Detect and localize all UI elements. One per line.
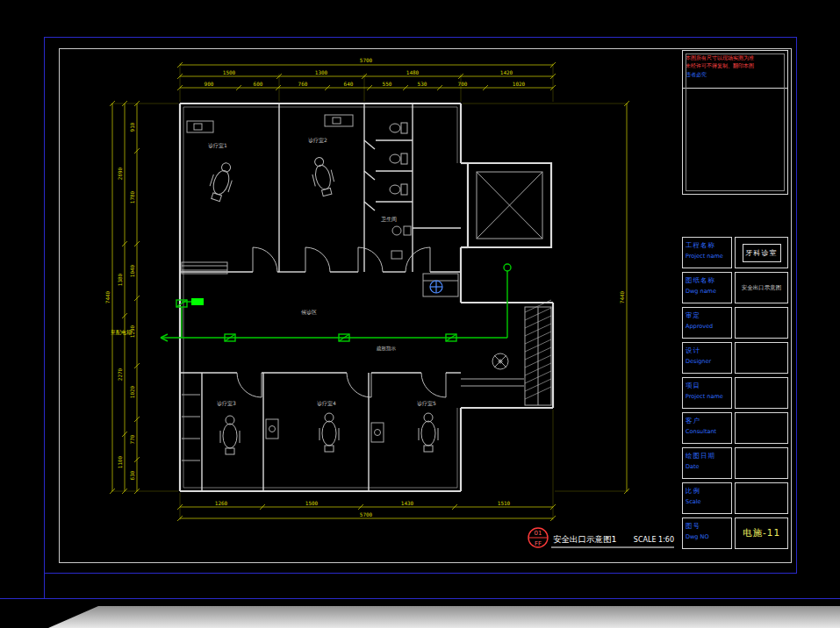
bottom-taskbar[interactable] [0,606,840,628]
room-label: 诊疗室2 [308,137,327,143]
svg-text:1430: 1430 [401,500,414,506]
svg-text:1510: 1510 [498,500,511,506]
value-cell [735,307,788,339]
door-swings [237,247,446,397]
label-cell: 比例 Scale [682,482,732,514]
label-cell: 图纸名称 Dwg name [682,272,732,303]
svg-text:900: 900 [205,81,214,87]
svg-text:530: 530 [418,81,427,87]
dwg-no-value: 电施-11 [743,527,780,539]
drawing-number: 01 [535,530,542,537]
value-cell: 电施-11 [735,517,788,549]
value-cell [735,377,788,409]
drawing-scale: SCALE 1:60 [634,536,674,544]
cad-viewport: 5700 1500 1300 1480 1420 900 600 760 640… [0,0,840,628]
svg-text:630: 630 [129,470,135,480]
label-cell: 工程名称 Project name [682,237,732,268]
drawing-title: 安全出口示意图1 [553,534,617,544]
room-label: 卫生间 [381,216,397,223]
dim-bottom-total: 5700 [360,511,373,517]
room-label: 诊疗室1 [208,142,227,148]
dwg-name-value: 安全出口示意图 [742,284,782,292]
value-cell [735,482,788,514]
dim-right-total: 7440 [619,290,625,303]
title-block-header-inner-box [686,54,785,191]
value-cell [735,342,788,374]
label-cell: 项目 Project name [682,377,732,409]
svg-text:760: 760 [298,81,308,87]
svg-text:1260: 1260 [215,500,228,506]
svg-text:1420: 1420 [500,69,513,75]
dimension-lines [110,62,629,521]
svg-text:1500: 1500 [223,69,236,75]
svg-text:1380: 1380 [117,273,123,286]
label-cell: 设计 Designer [682,342,732,374]
row-approved: 审定 Approved [682,307,788,339]
row-dwg-no: 图号 Dwg NO 电施-11 [682,517,788,549]
svg-text:770: 770 [129,434,135,444]
svg-text:1480: 1480 [406,69,420,75]
value-cell: 安全出口示意图 [735,272,788,303]
svg-text:910: 910 [129,122,135,132]
row-project-name: 工程名称 Project name 牙科诊室 [682,237,788,268]
drawing-level: FF [535,540,542,547]
value-cell [735,412,788,444]
svg-text:1500: 1500 [305,500,319,506]
wall-inner-lines [183,107,457,488]
svg-text:1040: 1040 [129,264,135,277]
drawing-title-mark: 01 FF 安全出口示意图1 SCALE 1:60 [528,528,674,547]
exterior-walls [180,103,553,491]
svg-text:2270: 2270 [117,368,123,381]
svg-text:550: 550 [383,81,392,87]
dim-left-total: 7440 [104,290,111,303]
extension-lines [111,63,628,520]
label-cell: 审定 Approved [682,307,732,339]
row-consultant: 客户 Consultant [682,412,788,444]
svg-text:1300: 1300 [315,69,328,75]
title-block-rows: 工程名称 Project name 牙科诊室 图纸名称 Dwg name 安全出… [682,237,788,553]
svg-text:2690: 2690 [117,167,123,180]
evac-annotation: 疏散指示 [377,346,397,352]
label-cell: 客户 Consultant [682,412,732,444]
row-dwg-name: 图纸名称 Dwg name 安全出口示意图 [682,272,788,303]
row-designer: 设计 Designer [682,342,788,374]
ceiling-light-symbol [430,281,442,293]
row-project: 项目 Project name [682,377,788,409]
room-label: 诊疗室3 [217,400,236,406]
dim-top-total: 5700 [360,57,373,63]
room-label: 诊疗室5 [417,400,436,406]
svg-text:700: 700 [458,81,468,87]
row-date: 绘图日期 Date [682,447,788,479]
label-cell: 图号 Dwg NO [682,517,732,549]
svg-text:640: 640 [344,81,354,87]
svg-text:1100: 1100 [117,455,123,468]
feed-annotation: 至配电箱 [111,329,132,336]
title-block: 本图所有尺寸以现场实测为准 未经许可不得复制、翻印本图 违者必究 工程名称 Pr… [682,50,788,559]
exit-sign-highlight [191,298,204,305]
svg-text:600: 600 [254,81,263,87]
room-label: 候诊区 [301,309,317,315]
svg-text:1020: 1020 [129,385,135,398]
value-cell [735,447,788,479]
value-cell: 牙科诊室 [735,237,788,268]
room-label: 诊疗室4 [317,400,336,406]
svg-text:1780: 1780 [129,190,135,203]
svg-text:1020: 1020 [513,81,526,87]
label-cell: 绘图日期 Date [682,447,732,479]
row-scale: 比例 Scale [682,482,788,514]
project-name-value: 牙科诊室 [743,244,781,262]
